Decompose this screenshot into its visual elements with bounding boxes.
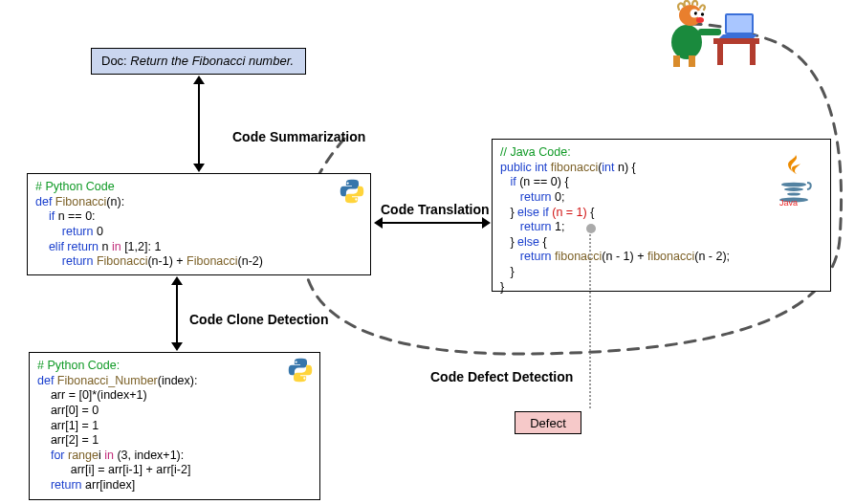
svg-point-2 — [787, 192, 800, 195]
dotted-defect-line — [589, 227, 591, 408]
svg-rect-6 — [717, 44, 723, 65]
svg-point-10 — [671, 25, 702, 59]
doc-box: Doc: Return the Fibonacci number. — [91, 48, 306, 75]
cartoon-person-at-laptop-icon — [650, 0, 765, 73]
svg-text:Java: Java — [779, 198, 798, 206]
doc-text: Return the Fibonacci number. — [130, 54, 294, 68]
svg-point-1 — [784, 187, 803, 191]
python-code-box-2: # Python Code: def Fibonacci_Number(inde… — [29, 352, 320, 500]
svg-rect-12 — [673, 55, 680, 67]
task-defect-label: Code Defect Detection — [430, 369, 573, 384]
svg-point-0 — [781, 183, 806, 187]
svg-point-18 — [701, 12, 704, 15]
python-logo-icon — [339, 178, 365, 208]
doc-prefix: Doc: — [101, 54, 130, 68]
defect-label: Defect — [530, 416, 566, 430]
svg-rect-5 — [713, 38, 759, 44]
java-logo-icon: Java — [773, 153, 819, 209]
task-summarization-label: Code Summarization — [232, 129, 365, 144]
arrow-translation — [383, 222, 482, 224]
svg-rect-11 — [698, 29, 721, 35]
arrow-summarization — [198, 84, 200, 164]
python-logo-icon — [287, 357, 314, 387]
svg-point-19 — [696, 17, 704, 23]
svg-rect-9 — [727, 15, 752, 33]
python-code-box-1: # Python Code def Fibonacci(n): if n == … — [27, 173, 371, 275]
task-clone-label: Code Clone Detection — [189, 312, 328, 327]
task-translation-label: Code Translation — [381, 202, 490, 217]
svg-rect-13 — [689, 55, 695, 67]
svg-rect-7 — [750, 44, 756, 65]
arrow-clone — [176, 285, 178, 342]
defect-box: Defect — [515, 411, 581, 434]
